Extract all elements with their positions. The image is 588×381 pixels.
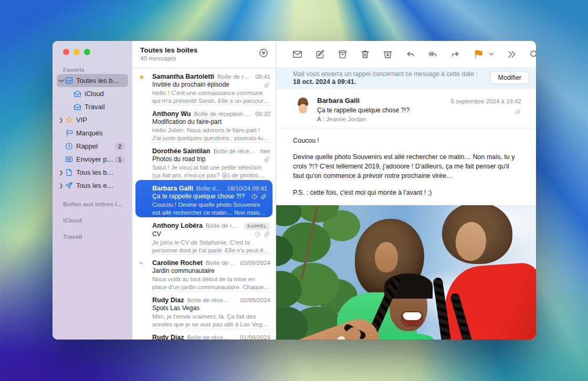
- unread-count-badge: 2: [114, 143, 125, 150]
- filter-icon[interactable]: [258, 48, 269, 58]
- message-row[interactable]: Caroline RochetBoîte de r…03/09/2024Jard…: [132, 255, 276, 292]
- message-row-line1: Dorothée SaintilanBoîte de récept…hier: [152, 147, 270, 155]
- message-row[interactable]: Rudy DiazBoîte de réce…02/09/2024Spots L…: [132, 292, 276, 329]
- message-header: Barbara Galli Ça te rappelle quelque cho…: [276, 89, 536, 129]
- message-row-line2: Invitée du prochain épisode: [152, 81, 270, 88]
- message-preview: Salut ! Je vous ai fait une petite sélec…: [152, 164, 270, 179]
- archive-button[interactable]: [337, 49, 348, 60]
- laughing-mouth: [401, 311, 423, 326]
- sidebar-section-title: Favoris: [52, 66, 132, 74]
- sidebar-item-label: VIP: [76, 116, 87, 124]
- close-button[interactable]: [63, 49, 69, 55]
- message-mailbox: Boîte de r…: [206, 260, 236, 266]
- minimize-button[interactable]: [74, 49, 80, 55]
- flag-outline-icon: [65, 129, 74, 137]
- flag-menu-chevron[interactable]: [488, 51, 495, 57]
- sidebar-item-label: Marqués: [76, 129, 103, 137]
- message-row[interactable]: Samantha BartolettiBoîte de ré…09:41Invi…: [132, 68, 276, 105]
- sidebar: Favoris❯Toutes les b…iCloudTravail❯VIPMa…: [52, 41, 132, 340]
- search-button[interactable]: [529, 49, 536, 60]
- chevron-down-icon[interactable]: ❯: [59, 77, 64, 84]
- sidebar-item-icloud-inbox[interactable]: iCloud: [57, 87, 128, 100]
- get-mail-button[interactable]: [292, 49, 303, 60]
- sidebar-item-label: Tous les e…: [76, 182, 114, 189]
- sidebar-section-title: iCloud: [52, 217, 132, 225]
- message-sender: Samantha Bartoletti: [152, 73, 214, 80]
- photo-attachment[interactable]: [276, 205, 536, 340]
- sidebar-item-marques[interactable]: Marqués: [57, 126, 128, 140]
- junk-button[interactable]: [382, 49, 393, 60]
- forward-button[interactable]: [450, 49, 461, 60]
- sidebar-item-label: iCloud: [85, 90, 104, 98]
- body-paragraph: P.S. : cette fois, c'est moi qui monte à…: [293, 188, 520, 197]
- message-subject: Jardin communautaire: [152, 267, 270, 274]
- more-toolbar-button[interactable]: [506, 49, 517, 60]
- message-count: 40 messages: [140, 55, 276, 61]
- sidebar-item-tous-les-envoyes[interactable]: ❯Tous les e…: [57, 179, 128, 192]
- replied-arrow-icon: [138, 260, 145, 267]
- reminder-text: Mail vous enverra un rappel concernant c…: [293, 70, 478, 86]
- toolbar: [276, 41, 536, 67]
- desktop-wallpaper: Favoris❯Toutes les b…iCloudTravail❯VIPMa…: [0, 0, 588, 381]
- message-subject: CV: [152, 230, 251, 238]
- message-sender: Dorothée Saintilan: [152, 147, 210, 155]
- message-date: 02/09/2024: [240, 297, 270, 303]
- message-mailbox: Boîte de réce…: [187, 297, 236, 303]
- sender-avatar[interactable]: [295, 98, 311, 115]
- delete-button[interactable]: [360, 49, 371, 60]
- sidebar-item-toutes-les-boites[interactable]: ❯Toutes les b…: [57, 74, 128, 87]
- message-row[interactable]: Dorothée SaintilanBoîte de récept…hierPh…: [132, 143, 276, 180]
- sidebar-item-rappel[interactable]: Rappel2: [57, 140, 128, 153]
- chevron-right-icon[interactable]: ❯: [58, 183, 65, 188]
- message-row-line2: Spots Las Vegas: [152, 304, 270, 312]
- message-subject: Spots Las Vegas: [152, 304, 270, 312]
- message-date: 18/10/24 09:41: [227, 185, 267, 192]
- rappel-badge: RAPPEL: [244, 223, 270, 230]
- message-date: 01/09/2024: [240, 334, 270, 340]
- message-row[interactable]: Rudy DiazBoîte de réce…01/09/2024: [132, 329, 276, 340]
- message-sender: Rudy Diaz: [152, 297, 184, 304]
- envelope-open-icon: [73, 89, 82, 98]
- message-row-line2: Photos du road trip: [152, 155, 270, 163]
- reply-button[interactable]: [405, 49, 416, 60]
- message-row[interactable]: Anthony LobéraBoîte de récepti…RAPPELCVJ…: [132, 217, 276, 255]
- sidebar-item-travail-inbox[interactable]: Travail: [57, 100, 128, 113]
- reading-pane: Mail vous enverra un rappel concernant c…: [276, 41, 536, 340]
- body-paragraph: Coucou !: [293, 136, 520, 145]
- clock-icon: [65, 142, 74, 151]
- sidebar-item-vip[interactable]: ❯VIP: [57, 113, 128, 126]
- message-row-line2: Modification du faire-part: [152, 118, 270, 125]
- message-sender: Anthony Lobéra: [152, 222, 203, 229]
- vip-star-icon: [138, 73, 145, 81]
- message-subject: Invitée du prochain épisode: [152, 81, 261, 88]
- message-date: 5 septembre 2024 à 19:42: [451, 98, 521, 104]
- compose-button[interactable]: [314, 49, 326, 60]
- modify-reminder-button[interactable]: Modifier: [490, 71, 529, 84]
- message-list-pane: Toutes les boîtes 40 messages Samantha B…: [132, 41, 276, 340]
- sidebar-item-label: Tous les b…: [76, 168, 114, 176]
- unread-count-badge: 1: [114, 156, 125, 163]
- recipient-name[interactable]: Jeanne Jordan: [326, 116, 366, 122]
- body-paragraph: Devine quelle photo Souvenirs est allé r…: [293, 152, 520, 181]
- sidebar-item-envoyer-plus-tard[interactable]: Envoyer p…1: [57, 153, 128, 166]
- message-row-line2: CV: [152, 230, 270, 238]
- reply-all-button[interactable]: [427, 49, 438, 60]
- message-row[interactable]: Anthony WuBoîte de réception -…09:32Modi…: [132, 105, 276, 143]
- message-row-line2: Jardin communautaire: [152, 267, 270, 274]
- chevron-right-icon[interactable]: ❯: [58, 118, 65, 123]
- message-row-line1: Rudy DiazBoîte de réce…02/09/2024: [152, 297, 270, 304]
- document-icon: [65, 168, 74, 177]
- sidebar-item-tous-les-brouillons[interactable]: ❯Tous les b…: [57, 166, 128, 179]
- message-subject: Ça te rappelle quelque chose ?!?: [317, 107, 521, 114]
- sidebar-section-title: Boîtes aux lettres i…: [52, 200, 132, 208]
- message-row-line1: Caroline RochetBoîte de r…03/09/2024: [152, 259, 270, 267]
- message-preview: Je joins le CV de Stéphanie. C'est la pe…: [152, 239, 270, 254]
- flag-button[interactable]: [472, 49, 484, 60]
- message-row[interactable]: Barbara GalliBoîte de…18/10/24 09:41Ça t…: [135, 180, 272, 217]
- envelope-open-icon: [73, 102, 82, 111]
- sidebar-item-label: Toutes les b…: [76, 77, 119, 84]
- message-sender: Rudy Diaz: [152, 334, 184, 340]
- zoom-button[interactable]: [84, 49, 90, 55]
- message-subject: Ça te rappelle quelque chose ?!?: [152, 193, 248, 200]
- chevron-right-icon[interactable]: ❯: [58, 170, 65, 175]
